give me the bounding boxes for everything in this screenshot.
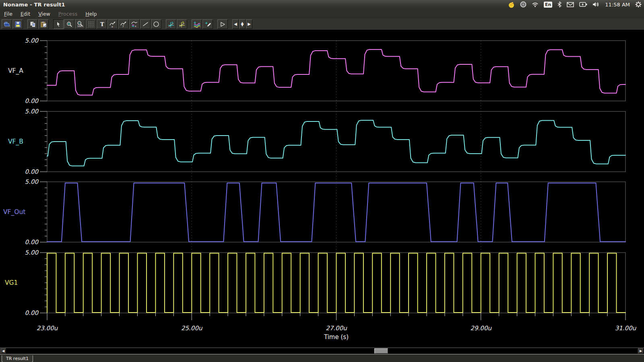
save-button[interactable] — [12, 19, 23, 29]
line-tool-icon — [142, 21, 149, 27]
menu-view[interactable]: View — [34, 10, 54, 18]
grid-button[interactable] — [86, 19, 96, 29]
svg-text:5.00: 5.00 — [25, 249, 39, 256]
app-bird-icon[interactable] — [508, 1, 515, 8]
bluetooth-icon[interactable] — [557, 1, 561, 8]
nav-left-button[interactable]: ◀ — [232, 19, 239, 29]
cursor-b-button[interactable]: b — [177, 19, 187, 29]
svg-text:5.00: 5.00 — [25, 37, 39, 44]
paste-button[interactable] — [38, 19, 49, 29]
window-title: Noname - TR result1 — [0, 2, 65, 8]
nav-right-button[interactable]: ▶ — [246, 19, 252, 29]
clock-text[interactable]: 11:58 AM — [605, 2, 630, 8]
titlebar: Noname - TR result1 En — [0, 0, 644, 9]
menu-edit[interactable]: Edit — [17, 10, 34, 18]
svg-text:b: b — [182, 21, 184, 24]
play-icon — [220, 21, 226, 27]
nav-spinner[interactable]: ▲▼ — [239, 19, 246, 29]
probe-add-button[interactable]: + — [202, 19, 213, 29]
add-curves-icon: + — [193, 21, 200, 28]
zoom-100-icon: 100% — [77, 21, 83, 27]
folder-open-icon — [4, 21, 10, 27]
svg-text:0.00: 0.00 — [25, 309, 39, 317]
gear-icon[interactable] — [635, 1, 642, 8]
system-tray: En 11:58 AM — [508, 0, 642, 9]
svg-text:T: T — [100, 21, 104, 27]
copy-icon — [30, 21, 36, 27]
svg-text:31.00u: 31.00u — [615, 325, 637, 332]
open-button[interactable] — [2, 19, 12, 29]
tab-tr-result1[interactable]: TR result1 — [2, 355, 33, 362]
scroll-left-button[interactable]: ◀ — [0, 348, 6, 354]
menubar: File Edit View Process Help — [0, 9, 644, 19]
svg-text:29.00u: 29.00u — [471, 325, 492, 332]
cursor-b-icon: b — [179, 21, 186, 28]
signal-label-VF_Out: VF_Out — [3, 208, 25, 216]
menu-help[interactable]: Help — [81, 10, 101, 18]
svg-text:23.00u: 23.00u — [37, 325, 58, 332]
svg-text:100%: 100% — [77, 25, 83, 27]
svg-text:+: + — [205, 21, 208, 25]
curve-arrow-icon: a — [109, 21, 116, 27]
text-tool-button[interactable]: T — [97, 19, 107, 29]
battery-icon[interactable] — [579, 2, 587, 7]
circle-tool-icon — [153, 21, 159, 27]
line-tool-button[interactable] — [140, 19, 151, 29]
curve-query-icon: ? — [120, 21, 127, 27]
paste-icon — [41, 21, 47, 27]
floppy-save-icon — [15, 21, 21, 27]
wifi-icon[interactable] — [532, 2, 539, 7]
add-curves-button[interactable]: + — [192, 19, 202, 29]
curve-point-query-button[interactable]: ? — [118, 19, 129, 29]
signal-label-VF_A: VF_A — [8, 67, 23, 75]
waveform-plot: 5.000.00VF_A5.000.00VF_B5.000.00VF_Out5.… — [0, 30, 644, 348]
plot-area: 5.000.00VF_A5.000.00VF_B5.000.00VF_Out5.… — [0, 30, 644, 348]
svg-text:0.00: 0.00 — [25, 168, 39, 175]
curve-legend-icon: x — [131, 21, 138, 27]
application-window: Noname - TR result1 En — [0, 0, 644, 362]
svg-text:5.00: 5.00 — [25, 108, 39, 115]
keyboard-layout-indicator[interactable]: En — [544, 2, 552, 8]
select-cursor-button[interactable] — [53, 19, 64, 29]
svg-text:0.00: 0.00 — [25, 97, 39, 105]
scroll-right-button[interactable]: ▶ — [638, 348, 644, 354]
signal-label-VG1: VG1 — [5, 279, 18, 286]
menu-process: Process — [54, 10, 81, 18]
spinner-down-icon[interactable]: ▼ — [241, 24, 244, 26]
toolbar: 100% T a — [0, 19, 644, 30]
svg-text:a: a — [111, 25, 113, 28]
circle-tool-button[interactable] — [151, 19, 161, 29]
scrollbar-thumb[interactable] — [374, 348, 388, 354]
x-axis-title: Time (s) — [324, 333, 349, 341]
curve-legend-button[interactable]: x — [129, 19, 140, 29]
trace-VG1 — [47, 253, 625, 313]
copy-button[interactable] — [27, 19, 38, 29]
zoom-in-icon — [66, 21, 72, 27]
curve-point-a-button[interactable]: a — [107, 19, 118, 29]
svg-text:x: x — [135, 25, 136, 27]
play-button[interactable] — [217, 19, 228, 29]
signal-label-VF_B: VF_B — [8, 138, 23, 146]
horizontal-scrollbar[interactable]: ◀ ▶ — [0, 348, 644, 354]
svg-text:25.00u: 25.00u — [181, 325, 203, 332]
svg-text:27.00u: 27.00u — [326, 325, 347, 332]
cursor-arrow-icon — [56, 21, 61, 27]
mail-icon[interactable] — [567, 2, 574, 7]
svg-text:5.00: 5.00 — [25, 178, 39, 185]
cursor-a-icon: a — [168, 21, 175, 28]
speaker-icon[interactable] — [592, 2, 600, 7]
cursor-a-button[interactable]: a — [166, 19, 176, 29]
menu-file[interactable]: File — [0, 10, 17, 18]
zoom-100-button[interactable]: 100% — [75, 19, 85, 29]
grid-dots-icon — [88, 21, 94, 27]
svg-text:?: ? — [122, 25, 124, 28]
svg-text:a: a — [171, 21, 173, 24]
probe-add-icon: + — [204, 21, 211, 28]
zoom-in-button[interactable] — [64, 19, 74, 29]
volume-circle-icon[interactable] — [520, 1, 526, 8]
result-tabbar: TR result1 — [0, 354, 644, 362]
text-tool-icon: T — [99, 21, 105, 27]
svg-text:0.00: 0.00 — [25, 239, 39, 246]
